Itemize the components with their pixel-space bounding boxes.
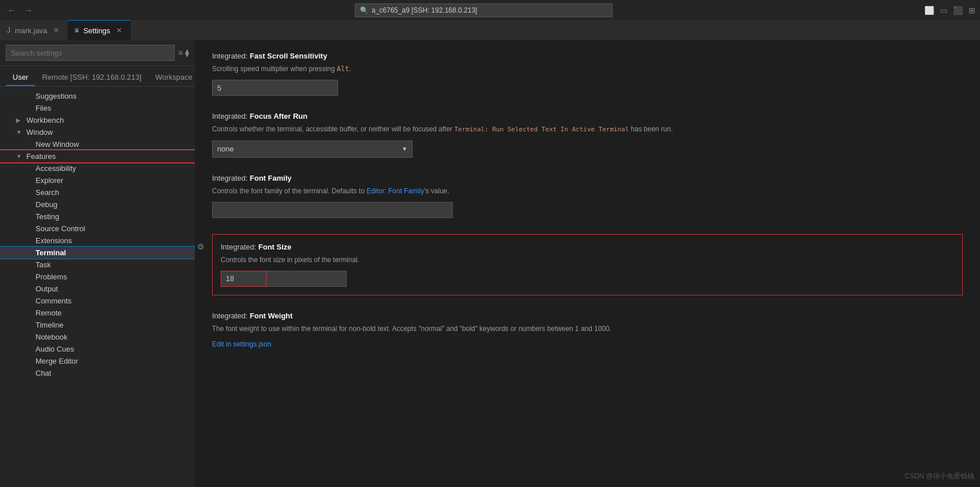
- tabs-bar: J mark.java ✕ ≡ Settings ✕: [0, 20, 980, 40]
- sidebar-item-files[interactable]: Files: [0, 102, 195, 114]
- list-icon[interactable]: ≡: [178, 48, 183, 57]
- layout-icon-3[interactable]: ⬛: [953, 6, 963, 15]
- sidebar-item-chat[interactable]: Chat: [0, 367, 195, 379]
- focus-after-run-title-bold: Focus After Run: [250, 112, 308, 120]
- sidebar-item-debug[interactable]: Debug: [0, 198, 195, 211]
- fast-scroll-title-bold: Fast Scroll Sensitivity: [250, 52, 327, 60]
- sidebar: ≡ ⧫ User Remote [SSH: 192.168.0.213] Wor…: [0, 40, 195, 487]
- sidebar-item-terminal[interactable]: Terminal: [0, 247, 195, 259]
- font-size-wrapper: ⚙ Integrated: Font Size Controls the fon…: [212, 234, 963, 295]
- sidebar-item-testing[interactable]: Testing: [0, 211, 195, 223]
- focus-after-run-dropdown[interactable]: none ▼: [212, 141, 413, 158]
- main-area: ≡ ⧫ User Remote [SSH: 192.168.0.213] Wor…: [0, 40, 980, 487]
- dropdown-arrow-icon: ▼: [402, 146, 407, 152]
- sidebar-item-explorer[interactable]: Explorer: [0, 174, 195, 186]
- focus-after-run-section: Integrated: Focus After Run Controls whe…: [212, 112, 963, 158]
- content-area: Integrated: Fast Scroll Sensitivity Scro…: [195, 40, 980, 487]
- sidebar-item-files-label: Files: [36, 104, 51, 112]
- sidebar-item-notebook[interactable]: Notebook: [0, 331, 195, 343]
- tab-user-label: User: [13, 73, 28, 81]
- tab-mark-java[interactable]: J mark.java ✕: [0, 20, 68, 40]
- font-family-title: Integrated: Font Family: [212, 174, 963, 182]
- sidebar-item-source-control[interactable]: Source Control: [0, 223, 195, 235]
- sidebar-item-workbench-label: Workbench: [26, 116, 64, 124]
- layout-icon-2[interactable]: ▭: [940, 6, 947, 15]
- sidebar-item-comments[interactable]: Comments: [0, 295, 195, 307]
- sidebar-item-merge-editor[interactable]: Merge Editor: [0, 355, 195, 367]
- sidebar-item-terminal-label: Terminal: [36, 248, 66, 257]
- gear-icon[interactable]: ⚙: [197, 242, 205, 251]
- font-family-input[interactable]: [212, 202, 453, 218]
- sidebar-item-output[interactable]: Output: [0, 283, 195, 295]
- sidebar-item-new-window-label: New Window: [36, 140, 79, 149]
- sidebar-item-new-window[interactable]: New Window: [0, 138, 195, 150]
- fast-scroll-desc-text2: .: [349, 65, 351, 73]
- sidebar-item-features[interactable]: ▼ Features: [0, 150, 195, 162]
- tab-mark-java-close[interactable]: ✕: [52, 26, 61, 35]
- tab-remote-label: Remote [SSH: 192.168.0.213]: [42, 73, 141, 81]
- fast-scroll-input[interactable]: [212, 80, 338, 96]
- arrow-window: ▼: [16, 129, 24, 135]
- sidebar-item-workbench[interactable]: ▶ Workbench: [0, 114, 195, 126]
- focus-desc-1: Controls whether the terminal, accessibl…: [212, 125, 454, 133]
- sidebar-item-timeline[interactable]: Timeline: [0, 319, 195, 331]
- focus-desc-2: has been run.: [629, 125, 673, 133]
- sidebar-item-features-label: Features: [26, 152, 56, 161]
- sidebar-item-accessibility-label: Accessibility: [36, 164, 76, 173]
- tab-mark-java-icon: J: [7, 26, 10, 34]
- tab-remote[interactable]: Remote [SSH: 192.168.0.213]: [35, 69, 148, 86]
- sidebar-item-problems[interactable]: Problems: [0, 271, 195, 283]
- focus-code: Terminal: Run Selected Text In Active Te…: [454, 126, 629, 133]
- font-weight-section: Integrated: Font Weight The font weight …: [212, 311, 963, 348]
- sidebar-item-audio-cues-label: Audio Cues: [36, 345, 74, 353]
- fast-scroll-section: Integrated: Fast Scroll Sensitivity Scro…: [212, 52, 963, 96]
- sidebar-item-debug-label: Debug: [36, 200, 57, 209]
- font-family-desc: Controls the font family of the terminal…: [212, 186, 963, 196]
- font-size-title: Integrated: Font Size: [221, 243, 954, 251]
- settings-scope-tabs: User Remote [SSH: 192.168.0.213] Workspa…: [0, 66, 195, 87]
- tab-user[interactable]: User: [6, 69, 35, 86]
- sidebar-item-extensions[interactable]: Extensions: [0, 235, 195, 247]
- font-family-title-bold: Font Family: [250, 174, 292, 182]
- arrow-features: ▼: [16, 153, 24, 159]
- watermark: CSDN @张小兔爱钱钱: [904, 472, 974, 481]
- sidebar-item-audio-cues[interactable]: Audio Cues: [0, 343, 195, 355]
- sidebar-item-task-label: Task: [36, 260, 51, 269]
- font-family-desc-1: Controls the font family of the terminal…: [212, 187, 366, 195]
- layout-icon-4[interactable]: ⊞: [969, 6, 975, 15]
- font-size-title-bold: Font Size: [258, 243, 292, 251]
- filter-icon[interactable]: ⧫: [185, 48, 189, 57]
- sidebar-item-suggestions[interactable]: Suggestions: [0, 90, 195, 102]
- sidebar-item-task[interactable]: Task: [0, 259, 195, 271]
- sidebar-item-accessibility[interactable]: Accessibility: [0, 162, 195, 174]
- font-weight-desc: The font weight to use within the termin…: [212, 324, 963, 334]
- tab-settings[interactable]: ≡ Settings ✕: [68, 20, 131, 40]
- sidebar-item-suggestions-label: Suggestions: [36, 92, 77, 100]
- sidebar-item-merge-editor-label: Merge Editor: [36, 357, 78, 365]
- forward-button[interactable]: →: [22, 5, 36, 16]
- title-center: 🔍 a_c6765_a9 [SSH: 192.168.0.213]: [42, 3, 924, 17]
- tab-settings-close[interactable]: ✕: [115, 26, 124, 35]
- title-search-bar[interactable]: 🔍 a_c6765_a9 [SSH: 192.168.0.213]: [355, 3, 613, 17]
- sidebar-item-timeline-label: Timeline: [36, 321, 64, 329]
- fast-scroll-desc: Scrolling speed multiplier when pressing…: [212, 64, 963, 74]
- sidebar-item-window[interactable]: ▼ Window: [0, 126, 195, 138]
- sidebar-item-search[interactable]: Search: [0, 186, 195, 198]
- font-size-input[interactable]: [221, 271, 266, 287]
- font-family-link[interactable]: Editor: Font Family: [366, 187, 424, 195]
- sidebar-item-explorer-label: Explorer: [36, 176, 63, 185]
- fast-scroll-title: Integrated: Fast Scroll Sensitivity: [212, 52, 963, 60]
- focus-dropdown-value: none: [217, 145, 234, 153]
- search-settings-input[interactable]: [6, 45, 175, 61]
- layout-icon-1[interactable]: ⬜: [924, 6, 934, 15]
- font-size-section: Integrated: Font Size Controls the font …: [212, 234, 963, 295]
- font-weight-title-bold: Font Weight: [250, 311, 293, 320]
- tab-workspace[interactable]: Workspace: [148, 69, 195, 86]
- tab-mark-java-label: mark.java: [15, 26, 47, 35]
- sidebar-item-extensions-label: Extensions: [36, 236, 72, 245]
- back-button[interactable]: ←: [5, 5, 18, 16]
- edit-in-json-link[interactable]: Edit in settings.json: [212, 340, 271, 348]
- search-icons: ≡ ⧫: [178, 48, 189, 57]
- sidebar-item-remote[interactable]: Remote: [0, 307, 195, 319]
- sidebar-item-comments-label: Comments: [36, 297, 72, 305]
